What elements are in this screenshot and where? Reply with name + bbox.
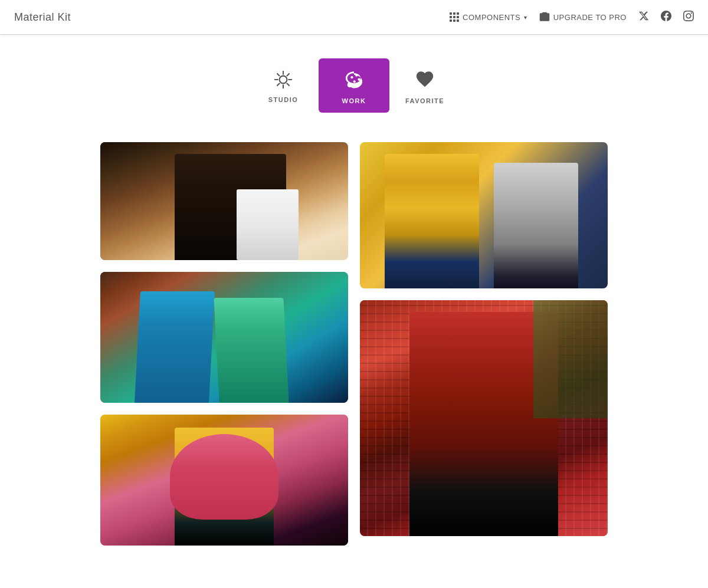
camera-small-icon <box>539 12 550 22</box>
svg-line-6 <box>287 84 289 86</box>
facebook-nav[interactable] <box>661 11 671 24</box>
svg-line-7 <box>287 74 289 75</box>
gallery-image-3[interactable] <box>100 272 348 403</box>
gallery-image-2[interactable] <box>360 142 608 288</box>
heart-icon <box>415 69 435 91</box>
gallery-right-col <box>360 142 608 546</box>
camera-icon <box>273 69 294 90</box>
navbar: Material Kit COMPONENTS ▾ UPGRADE TO PRO <box>0 0 708 34</box>
tab-studio[interactable]: STUDIO <box>248 58 319 111</box>
gallery-grid <box>100 142 608 546</box>
instagram-icon <box>683 11 694 21</box>
twitter-nav[interactable] <box>638 11 649 24</box>
components-label: COMPONENTS <box>463 13 520 22</box>
tab-studio-label: STUDIO <box>268 96 299 103</box>
svg-point-0 <box>280 76 287 84</box>
tab-work[interactable]: WORK <box>319 58 389 113</box>
components-nav[interactable]: COMPONENTS ▾ <box>450 12 527 22</box>
gallery-section <box>88 136 620 581</box>
navbar-right: COMPONENTS ▾ UPGRADE TO PRO <box>450 11 694 24</box>
tab-favorite-label: FAVORITE <box>405 97 444 104</box>
gallery-image-1[interactable] <box>100 142 348 260</box>
gallery-left-col <box>100 142 348 546</box>
navbar-divider <box>0 34 708 35</box>
instagram-nav[interactable] <box>683 11 694 24</box>
twitter-icon <box>638 11 649 21</box>
palette-icon <box>344 69 364 91</box>
svg-line-5 <box>277 74 279 75</box>
upgrade-label: UPGRADE TO PRO <box>553 13 627 22</box>
grid-icon <box>450 12 459 22</box>
chevron-down-icon: ▾ <box>524 14 527 21</box>
facebook-icon <box>661 11 671 21</box>
svg-line-8 <box>277 84 279 86</box>
brand-logo: Material Kit <box>14 11 71 24</box>
gallery-image-4[interactable] <box>360 300 608 536</box>
gallery-image-5[interactable] <box>100 415 348 546</box>
tab-work-label: WORK <box>342 97 366 104</box>
upgrade-nav[interactable]: UPGRADE TO PRO <box>539 12 627 22</box>
tab-favorite[interactable]: FAVORITE <box>389 58 460 113</box>
tabs-section: STUDIO WORK FAVORITE <box>0 41 708 136</box>
